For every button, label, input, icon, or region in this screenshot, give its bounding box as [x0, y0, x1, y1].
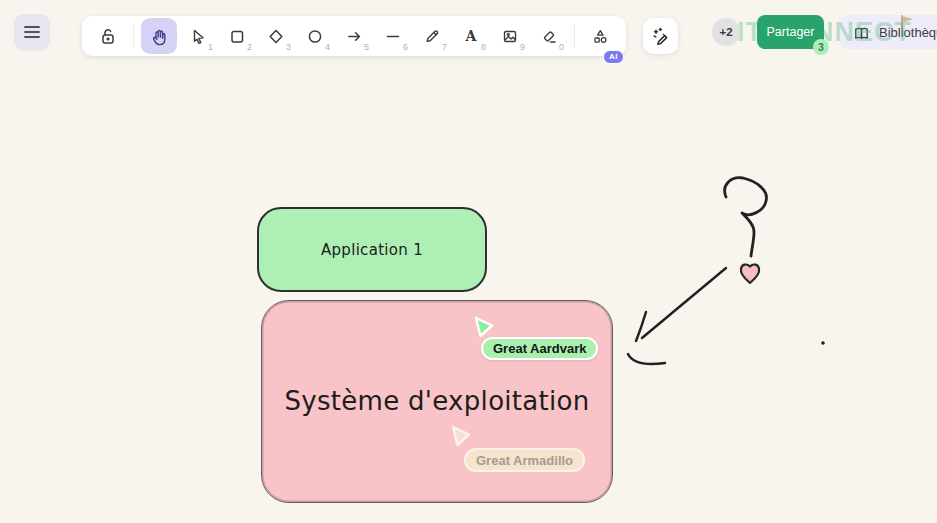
- tool-shortcut: 8: [481, 43, 486, 52]
- stray-dot-doodle[interactable]: [821, 341, 825, 345]
- tool-shortcut: 1: [208, 43, 213, 52]
- toolbar-divider: [574, 24, 575, 48]
- hand-icon: [149, 26, 169, 46]
- eraser-tool-button[interactable]: 0: [531, 18, 567, 54]
- tool-shortcut: 0: [559, 43, 564, 52]
- rectangle-icon: [227, 26, 247, 46]
- ellipse-icon: [305, 26, 325, 46]
- hand-tool-button[interactable]: [141, 18, 177, 54]
- rectangle-tool-button[interactable]: 2: [219, 18, 255, 54]
- svg-text:A: A: [465, 28, 478, 44]
- laser-pointer-button[interactable]: [643, 18, 678, 54]
- question-mark-doodle[interactable]: [725, 178, 767, 256]
- text-tool-button[interactable]: A 8: [453, 18, 489, 54]
- os-box-label: Système d'exploitation: [284, 386, 589, 416]
- book-icon: [852, 23, 871, 42]
- arrow-icon: [344, 26, 364, 46]
- share-count-badge: 3: [813, 39, 829, 55]
- line-tool-button[interactable]: 6: [375, 18, 411, 54]
- library-button[interactable]: Bibliothèque: [840, 15, 937, 49]
- tool-shortcut: 9: [520, 43, 525, 52]
- more-shapes-ai-button[interactable]: AI: [582, 18, 618, 54]
- tool-shortcut: 6: [403, 43, 408, 52]
- diamond-icon: [266, 26, 286, 46]
- selection-tool-button[interactable]: 1: [180, 18, 216, 54]
- library-button-label: Bibliothèque: [879, 25, 937, 40]
- arrow-doodle[interactable]: [628, 268, 726, 364]
- image-tool-button[interactable]: 9: [492, 18, 528, 54]
- main-menu-button[interactable]: [14, 14, 50, 50]
- ai-badge: AI: [603, 50, 624, 64]
- lock-tool-button[interactable]: [90, 18, 126, 54]
- os-box[interactable]: Système d'exploitation: [261, 300, 613, 503]
- pencil-icon: [422, 26, 442, 46]
- tool-shortcut: 4: [325, 43, 330, 52]
- diamond-tool-button[interactable]: 3: [258, 18, 294, 54]
- whiteboard-canvas[interactable]: Application 1 Système d'exploitation Gre…: [0, 0, 937, 523]
- line-icon: [383, 26, 403, 46]
- tool-shortcut: 7: [442, 43, 447, 52]
- draw-tool-button[interactable]: 7: [414, 18, 450, 54]
- image-icon: [500, 26, 520, 46]
- ellipse-tool-button[interactable]: 4: [297, 18, 333, 54]
- collaborators-count-badge[interactable]: +2: [712, 18, 740, 46]
- tool-toolbar: 1 2 3 4 5 6 7: [82, 16, 626, 56]
- cursor-icon: [188, 26, 208, 46]
- application-box[interactable]: Application 1: [257, 207, 487, 292]
- arrow-tool-button[interactable]: 5: [336, 18, 372, 54]
- share-button[interactable]: Partager 3: [757, 15, 824, 49]
- application-box-label: Application 1: [321, 241, 423, 259]
- eraser-icon: [539, 26, 559, 46]
- magic-wand-icon: [650, 25, 672, 47]
- toolbar-divider: [133, 24, 134, 48]
- tool-shortcut: 3: [286, 43, 291, 52]
- share-button-label: Partager: [767, 25, 815, 39]
- tool-shortcut: 2: [247, 43, 252, 52]
- text-icon: A: [461, 26, 481, 46]
- shapes-icon: [590, 26, 610, 46]
- tool-shortcut: 5: [364, 43, 369, 52]
- heart-doodle[interactable]: [741, 265, 759, 283]
- lock-icon: [98, 26, 118, 46]
